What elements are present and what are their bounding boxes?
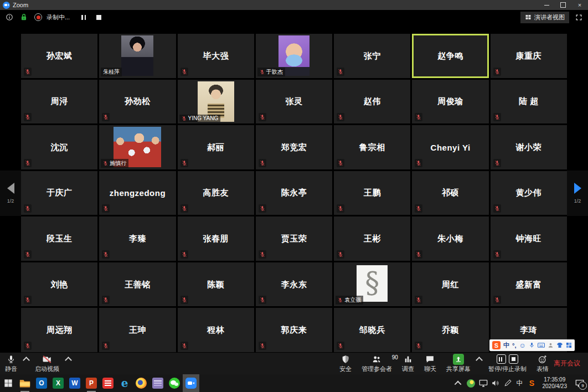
participant-tile[interactable]: 王善铭 [99,262,176,307]
restore-button[interactable] [555,0,571,10]
previous-page-arrow-icon[interactable] [7,183,14,194]
participant-tile[interactable]: 于歆杰 [256,34,332,78]
participant-tile[interactable]: 康重庆 [491,34,567,78]
ime-skin-icon[interactable] [556,342,563,348]
participant-tile[interactable]: 朱小梅 [412,216,488,261]
participant-tile[interactable]: 王珅 [99,308,176,352]
pen-tray-icon[interactable] [502,374,514,392]
participant-tile[interactable]: 李臻 [99,216,176,261]
participant-tile[interactable]: Chenyi Yi [412,125,488,169]
participant-tile[interactable]: 乔颖 [412,308,488,352]
security-button[interactable]: 安全 [334,353,357,374]
mute-button[interactable]: 静音 [0,353,22,374]
next-page-arrow-icon[interactable] [574,183,581,194]
word-icon[interactable]: W [66,374,83,392]
outlook-icon[interactable]: O [33,374,50,392]
participant-tile[interactable]: 钟海旺 [491,216,567,261]
participant-tile[interactable]: 黄少伟 [491,171,567,215]
participant-tile[interactable]: 贾玉荣 [256,216,332,261]
participant-tile[interactable]: 李永东 [256,262,332,307]
ime-emoji-icon[interactable]: ☺ [519,342,525,349]
participant-tile[interactable]: 邹晓兵 [334,308,410,352]
stop-icon[interactable] [509,354,518,364]
share-screen-button[interactable]: 共享屏幕 [441,353,476,374]
action-center-icon[interactable]: 9 [571,374,588,392]
participant-tile[interactable]: 施慎行 [99,125,176,169]
participant-tile[interactable]: 沈沉 [21,125,97,169]
ime-toolbox-icon[interactable] [566,342,572,348]
manage-participants-button[interactable]: 90 管理参会者 [357,353,397,374]
participant-tile[interactable]: 陆 超 [491,80,567,124]
participant-tile[interactable]: 毕大强 [178,34,254,78]
participant-tile[interactable]: 段玉生 [21,216,97,261]
participant-tile[interactable]: 程林 [178,308,254,352]
meeting-info-icon[interactable] [6,13,13,21]
start-button[interactable] [0,374,17,392]
sogou-logo-icon[interactable]: S [492,341,501,349]
participant-tile[interactable]: 谢小荣 [491,125,567,169]
participant-tile[interactable]: 赵争鸣 [412,34,488,78]
pause-recording-button[interactable] [80,14,87,20]
participant-tile[interactable]: 郭庆来 [256,308,332,352]
display-tray-icon[interactable] [477,374,489,392]
file-explorer-icon[interactable] [17,374,33,392]
ime-punctuation-icon[interactable]: °, [512,342,516,349]
powerpoint-icon[interactable]: P [83,374,100,392]
participant-tile[interactable]: 高胜友 [178,171,254,215]
participant-tile[interactable]: 孙宏斌 [21,34,97,78]
participant-tile[interactable]: 周俊瑜 [412,80,488,124]
ime-voice-icon[interactable] [529,342,535,348]
participant-tile[interactable]: 袁立强 [334,262,410,307]
participant-tile[interactable]: 王彬 [334,216,410,261]
antivirus-tray-icon[interactable] [465,374,477,392]
reactions-button[interactable]: 表情 [532,353,554,374]
close-button[interactable]: × [571,0,588,10]
chat-button[interactable]: 聊天 [419,353,441,374]
participant-tile[interactable]: 祁硕 [412,171,488,215]
mute-options-chevron[interactable] [22,353,30,374]
participant-tile[interactable]: 鲁宗相 [334,125,410,169]
edge-icon[interactable]: e [116,374,133,392]
pause-stop-recording-button[interactable]: 暂停/停止录制 [483,353,532,374]
participant-tile[interactable]: 孙劲松 [99,80,176,124]
participant-tile[interactable]: 陈颖 [178,262,254,307]
remote-console-icon[interactable] [149,374,166,392]
wechat-icon[interactable] [166,374,183,392]
tray-expand-chevron[interactable] [453,374,465,392]
leave-meeting-button[interactable]: 离开会议 [554,359,580,368]
start-video-button[interactable]: 启动视频 [30,353,64,374]
participant-tile[interactable]: 陈永亭 [256,171,332,215]
volume-tray-icon[interactable] [489,374,502,392]
participant-tile[interactable]: 张灵 [256,80,332,124]
participant-tile[interactable]: 郝丽 [178,125,254,169]
video-options-chevron[interactable] [64,353,72,374]
ime-account-icon[interactable] [548,342,554,348]
participant-tile[interactable]: 朱桂萍 [99,34,176,78]
poll-button[interactable]: 调查 [397,353,419,374]
ime-indicator[interactable]: 中 [514,374,526,392]
participant-tile[interactable]: 张宁 [334,34,410,78]
excel-icon[interactable]: X [50,374,66,392]
participant-tile[interactable]: 盛新富 [491,262,567,307]
sogou-tray-icon[interactable]: S [526,374,538,392]
participant-tile[interactable]: YING YANG [178,80,254,124]
minimize-button[interactable] [538,0,555,10]
participant-tile[interactable]: 张春朋 [178,216,254,261]
stop-recording-button[interactable] [96,15,101,20]
participant-tile[interactable]: 王鹏 [334,171,410,215]
youdao-dict-icon[interactable] [100,374,116,392]
participant-tile[interactable]: 于庆广 [21,171,97,215]
firefox-icon[interactable] [133,374,149,392]
pause-icon[interactable] [497,354,506,364]
share-options-chevron[interactable] [476,353,483,374]
participant-tile[interactable]: 周浔 [21,80,97,124]
ime-mode-chinese[interactable]: 中 [503,341,509,349]
participant-tile[interactable]: 郑竞宏 [256,125,332,169]
participant-tile[interactable]: 周红 [412,262,488,307]
participant-tile[interactable]: zhengzedong [99,171,176,215]
taskbar-clock[interactable]: 17:35:09 2020/4/23 [538,376,572,390]
fullscreen-icon[interactable] [575,13,582,21]
speaker-view-button[interactable]: 演讲者视图 [520,12,569,23]
participant-tile[interactable]: 周远翔 [21,308,97,352]
participant-tile[interactable]: 刘艳 [21,262,97,307]
